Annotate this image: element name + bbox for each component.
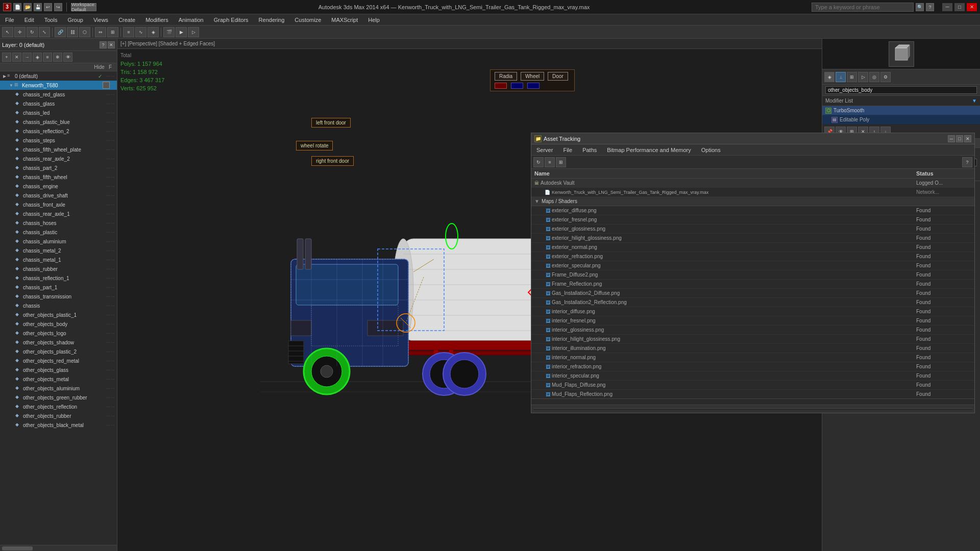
list-item[interactable]: ◆ chassis_hoses ··· ··· [0, 218, 117, 228]
list-item[interactable]: ◆ chassis_fifth_wheel_plate ··· ··· [0, 145, 117, 154]
list-item[interactable]: ◆ other_objects_body ··· ··· [0, 319, 117, 329]
rp-hierarchy-btn[interactable]: ⊞ [847, 72, 857, 82]
rp-utilities-btn[interactable]: ⚙ [880, 72, 891, 82]
search-icon[interactable]: 🔍 [916, 3, 924, 11]
list-item[interactable]: ◆ other_objects_logo ··· ··· [0, 329, 117, 338]
unlink-tool[interactable]: ⛓ [67, 27, 78, 37]
list-item[interactable]: 🖼 exterior_diffuse.png Found [531, 206, 974, 215]
list-item[interactable]: ◆ other_objects_red_metal ··· ··· [0, 356, 117, 365]
layer-manager[interactable]: ≡ [123, 27, 134, 37]
rotate-tool[interactable]: ↻ [27, 27, 38, 37]
list-item[interactable]: ◆ other_objects_metal ··· ··· [0, 374, 117, 384]
bind-tool[interactable]: ⬡ [79, 27, 90, 37]
move-tool[interactable]: ✛ [14, 27, 26, 37]
list-item[interactable]: ◆ chassis_reflection_1 ··· ··· [0, 273, 117, 283]
asset-list-view-btn[interactable]: ≡ [545, 157, 555, 167]
select-tool[interactable]: ↖ [2, 27, 13, 37]
close-button[interactable]: ✕ [967, 3, 977, 11]
freeze-all-btn[interactable]: ❄ [53, 53, 62, 62]
layer-props-btn[interactable]: ≡ [43, 53, 52, 62]
list-item[interactable]: 🖼 interior_fresnel.png Found [531, 316, 974, 325]
hud-btn-radia[interactable]: Radia [495, 72, 517, 81]
list-item[interactable]: 🖼 interior_refraction.png Found [531, 362, 974, 371]
list-item[interactable]: 🖼 interior_illumination.png Found [531, 344, 974, 353]
delete-layer-btn[interactable]: ✕ [12, 53, 21, 62]
rp-motion-btn[interactable]: ▷ [858, 72, 868, 82]
list-item[interactable]: ◆ chassis_reflection_2 ··· ··· [0, 127, 117, 136]
list-item[interactable]: 🖼 exterior_glossiness.png Found [531, 224, 974, 234]
asset-detail-view-btn[interactable]: ⊞ [556, 157, 566, 167]
list-item[interactable]: 🖼 interior_diffuse.png Found [531, 307, 974, 316]
menu-customize[interactable]: Customize [289, 16, 326, 24]
asset-maximize-btn[interactable]: □ [956, 135, 963, 142]
redo-btn[interactable]: ↪ [54, 3, 62, 11]
list-item[interactable]: ◆ chassis_steps ··· ··· [0, 136, 117, 145]
save-btn[interactable]: 💾 [34, 3, 42, 11]
asset-file-row[interactable]: 📄 Kenworth_Truck_with_LNG_Semi_Trailer_G… [531, 188, 974, 197]
schematic-view[interactable]: ◈ [148, 27, 159, 37]
list-item[interactable]: 🖼 exterior_specular.png Found [531, 261, 974, 270]
layer-item-kenworth[interactable]: ▼ ⊞ Kenworth_T680 ··· [0, 81, 117, 90]
list-item[interactable]: ◆ chassis ··· ··· [0, 301, 117, 310]
list-item[interactable]: ◆ chassis_plastic ··· ··· [0, 228, 117, 237]
list-item[interactable]: ◆ chassis_part_1 ··· ··· [0, 283, 117, 292]
list-item[interactable]: ◆ chassis_metal_1 ··· ··· [0, 255, 117, 264]
asset-close-btn[interactable]: ✕ [964, 135, 971, 142]
asset-menu-options[interactable]: Options [696, 146, 726, 154]
new-btn[interactable]: 📄 [13, 3, 21, 11]
render-btn[interactable]: ▶ [176, 27, 187, 37]
rp-modify-btn[interactable]: ⟂ [836, 72, 846, 82]
list-item[interactable]: ◆ chassis_red_glass ··· ··· [0, 90, 117, 99]
hide-all-btn[interactable]: 👁 [63, 53, 72, 62]
list-item[interactable]: ◆ chassis_rubber ··· ··· [0, 264, 117, 273]
menu-maxscript[interactable]: MAXScript [326, 16, 363, 24]
layers-close-btn[interactable]: ✕ [108, 41, 115, 48]
hud-btn-wheel[interactable]: Wheel [521, 72, 544, 81]
list-item[interactable]: 🖼 exterior_hilight_glossiness.png Found [531, 234, 974, 243]
add-selection-btn[interactable]: → [22, 53, 32, 62]
list-item[interactable]: ◆ chassis_metal_2 ··· ··· [0, 246, 117, 255]
list-item[interactable]: ◆ chassis_drive_shaft ··· ··· [0, 191, 117, 200]
list-item[interactable]: 🖼 exterior_refraction.png Found [531, 252, 974, 261]
asset-refresh-btn[interactable]: ↻ [533, 157, 544, 167]
menu-modifiers[interactable]: Modifiers [140, 16, 174, 24]
asset-menu-bitmap[interactable]: Bitmap Performance and Memory [602, 146, 696, 154]
render-active[interactable]: ▷ [188, 27, 199, 37]
list-item[interactable]: ◆ other_objects_plastic_2 ··· ··· [0, 347, 117, 356]
new-layer-btn[interactable]: + [2, 53, 11, 62]
list-item[interactable]: ◆ chassis_transmission ··· ··· [0, 292, 117, 301]
modifier-editable-poly[interactable]: ▤ Editable Poly [822, 115, 980, 124]
list-item[interactable]: ◆ other_objects_green_rubber ··· ··· [0, 393, 117, 402]
list-item[interactable]: 🖼 Frame_Diffuse2.png Found [531, 270, 974, 280]
scale-tool[interactable]: ⤡ [39, 27, 50, 37]
render-setup-btn[interactable]: Workspace: Default [71, 3, 96, 11]
asset-menu-file[interactable]: File [558, 146, 577, 154]
layers-scrollbar-x[interactable] [0, 545, 117, 551]
list-item[interactable]: 🖼 interior_glossiness.png Found [531, 325, 974, 335]
list-item[interactable]: ◆ chassis_glass ··· ··· [0, 99, 117, 108]
list-item[interactable]: ◆ chassis_led ··· ··· [0, 108, 117, 117]
list-item[interactable]: ◆ chassis_engine ··· ··· [0, 182, 117, 191]
list-item[interactable]: ◆ other_objects_shadow ··· ··· [0, 338, 117, 347]
list-item[interactable]: ◆ chassis_front_axle ··· ··· [0, 200, 117, 209]
undo-btn[interactable]: ↩ [44, 3, 52, 11]
hud-btn-door[interactable]: Door [548, 72, 568, 81]
align-tool[interactable]: ⊞ [107, 27, 118, 37]
menu-help[interactable]: Help [363, 16, 385, 24]
list-item[interactable]: ◆ chassis_rear_axle_1 ··· ··· [0, 209, 117, 218]
help-icon[interactable]: ? [926, 3, 934, 11]
curve-editor[interactable]: ∿ [135, 27, 146, 37]
list-item[interactable]: 🖼 Gas_Installation2_Reflection.png Found [531, 298, 974, 307]
list-item[interactable]: ◆ other_objects_rubber ··· ··· [0, 411, 117, 420]
asset-help-btn[interactable]: ? [962, 157, 972, 167]
render-setup[interactable]: 🎬 [163, 27, 175, 37]
select-layer-btn[interactable]: ◈ [33, 53, 42, 62]
list-item[interactable]: 🖼 Frame_Reflection.png Found [531, 280, 974, 289]
asset-menu-server[interactable]: Server [531, 146, 558, 154]
list-item[interactable]: 🖼 interior_specular.png Found [531, 371, 974, 381]
menu-edit[interactable]: Edit [19, 16, 39, 24]
menu-graph-editors[interactable]: Graph Editors [209, 16, 254, 24]
list-item[interactable]: ◆ chassis_rear_axle_2 ··· ··· [0, 154, 117, 163]
list-item[interactable]: ◆ other_objects_glass ··· ··· [0, 365, 117, 374]
list-item[interactable]: 🖼 exterior_fresnel.png Found [531, 215, 974, 224]
